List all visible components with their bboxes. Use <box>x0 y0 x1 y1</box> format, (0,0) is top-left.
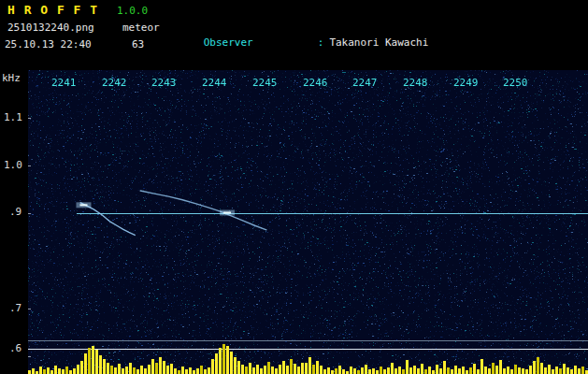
y-tick-1.0: 1.0 <box>4 160 22 170</box>
y-tick-0.6: .6 <box>9 343 22 353</box>
datetime-label: 25.10.13 22:40 <box>5 39 92 50</box>
time-tick-2241: 2241 <box>51 78 77 88</box>
y-tick-0.7: .7 <box>9 303 22 313</box>
time-tick-2250: 2250 <box>503 78 528 88</box>
info-value: Takanori Kawachi <box>329 36 428 49</box>
spectrogram-canvas <box>28 70 588 374</box>
info-separator: : <box>318 36 330 49</box>
y-axis-unit: kHz <box>2 73 21 83</box>
echo-count: 63 <box>132 39 144 50</box>
app-version: 1.0.0 <box>117 6 148 16</box>
time-tick-2245: 2245 <box>252 78 278 88</box>
time-tick-2247: 2247 <box>352 78 378 88</box>
time-tick-2249: 2249 <box>453 78 479 88</box>
app-title: H R O F F T <box>7 4 98 16</box>
time-tick-2242: 2242 <box>102 78 127 88</box>
time-tick-2244: 2244 <box>202 78 227 88</box>
info-label: Observer <box>204 36 318 49</box>
time-tick-2246: 2246 <box>303 78 328 88</box>
y-tick-1.1: 1.1 <box>4 112 22 122</box>
info-row-location: Receiving Location:Ogaki, Gifu, JAPAN (1… <box>166 57 552 69</box>
hrofft-screen: H R O F F T 1.0.0 2510132240.png meteor … <box>0 0 588 374</box>
time-tick-2248: 2248 <box>403 78 428 88</box>
mode-label: meteor <box>122 22 160 33</box>
output-filename: 2510132240.png <box>7 22 94 33</box>
y-tick-0.9: .9 <box>9 207 22 217</box>
info-row-observer: Observer:Takanori Kawachi <box>166 24 552 36</box>
time-tick-2243: 2243 <box>151 78 177 88</box>
